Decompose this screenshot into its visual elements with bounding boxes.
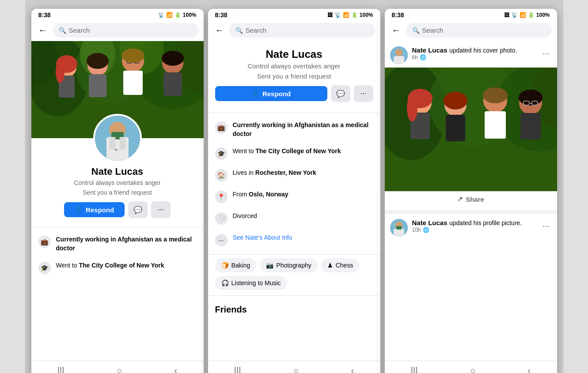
svg-rect-49 [520, 113, 541, 139]
search-placeholder-1: Search [69, 26, 90, 34]
work-text-2: Currently working in Afghanistan as a me… [233, 121, 373, 138]
search-placeholder-3: Search [422, 26, 444, 34]
post-avatar-1 [390, 46, 408, 64]
work-icon-2: 💼 [215, 121, 228, 134]
back-chevron-3: ‹ [528, 365, 531, 373]
post-header-2: Nate Lucas updated his profile picture. … [385, 214, 557, 240]
svg-rect-16 [123, 71, 143, 95]
top-nav-3: ← 🔍 Search [385, 20, 557, 41]
svg-point-11 [56, 61, 64, 83]
post-more-2[interactable]: ··· [541, 219, 552, 233]
share-bar-1: ↗ Share [385, 191, 557, 207]
svg-rect-13 [89, 74, 106, 97]
search-icon-1: 🔍 [59, 27, 66, 34]
post-time-1: 6h [412, 54, 418, 60]
svg-point-44 [444, 92, 467, 109]
post-more-1[interactable]: ··· [541, 46, 552, 60]
wifi-icon-3: 📡 [511, 12, 518, 18]
info-from-2: 📍 From Oslo, Norway [215, 186, 373, 207]
svg-rect-32 [394, 56, 404, 64]
tag-photography: 📷 Photography [260, 258, 317, 272]
home-circle-2: ○ [293, 365, 299, 373]
edu-text-2: Went to The City College of New York [233, 147, 341, 156]
svg-rect-57 [396, 226, 402, 230]
messenger-button-1[interactable]: 💬 [128, 201, 148, 218]
home-icon-2: 🏠 [215, 169, 228, 181]
respond-button-2[interactable]: 👤 Respond [215, 86, 327, 101]
top-nav-1: ← 🔍 Search [31, 20, 204, 41]
screens-container: 8:38 📡 📶 🔋 100% ← 🔍 Search [25, 0, 563, 373]
share-button-1[interactable]: ↗ Share [457, 195, 484, 203]
status-icons-2: 🖼 📡 📶 🔋 100% [327, 12, 373, 18]
avatar-svg-1 [95, 114, 140, 162]
person-add-icon-2: 👤 [251, 90, 260, 98]
baking-label: Baking [231, 262, 250, 269]
time-1: 8:38 [38, 11, 51, 19]
phone-3: 8:38 🖼 📡 📶 🔋 100% ← 🔍 Search [385, 9, 557, 373]
music-icon: 🎧 [221, 279, 229, 286]
svg-point-47 [483, 87, 508, 103]
svg-point-14 [87, 53, 109, 69]
info-lives-2: 🏠 Lives in Rochester, New York [215, 164, 373, 186]
back-chevron-2: ‹ [351, 365, 354, 373]
profile-avatar-1 [93, 114, 142, 162]
battery-percent-3: 100% [536, 12, 550, 18]
messenger-button-2[interactable]: 💬 [331, 85, 350, 102]
search-bar-2[interactable]: 🔍 Search [229, 23, 375, 38]
profile-section-1: Nate Lucas Control always overtakes ange… [31, 138, 204, 223]
battery-icon-2: 🔋 [351, 12, 358, 18]
info-about-2[interactable]: ··· See Nate's About Info [215, 229, 373, 251]
bottom-nav-2: ||| ○ ‹ [208, 361, 380, 373]
svg-point-31 [395, 49, 402, 56]
respond-button-1[interactable]: 👤 Respond [64, 202, 125, 217]
post-user-name-2: Nate Lucas updated his profile picture. [412, 219, 536, 227]
search-bar-3[interactable]: 🔍 Search [406, 23, 552, 38]
more-button-2[interactable]: ··· [354, 85, 373, 102]
back-button-1[interactable]: ← [37, 23, 49, 37]
education-text: Went to The City College of New York [56, 261, 164, 270]
friend-request-1: Sent you a friend request [83, 189, 152, 196]
more-icon-1: ··· [158, 206, 163, 214]
battery-percent: 100% [183, 12, 197, 18]
divider-2 [208, 113, 380, 113]
profile-bio-2: Control always overtakes anger [215, 62, 373, 70]
respond-label-2: Respond [262, 90, 291, 98]
music-label: Listening to Music [231, 279, 281, 286]
post-user-info-2: Nate Lucas updated his profile picture. … [412, 219, 536, 233]
info-list-2: 💼 Currently working in Afghanistan as a … [208, 117, 380, 251]
post-header-1: Nate Lucas updated his cover photo. 6h 🌐… [385, 41, 557, 68]
friends-section-2: Friends [208, 299, 380, 320]
action-buttons-2: 👤 Respond 💬 ··· [215, 85, 373, 102]
post-action-2: updated his profile picture. [449, 219, 522, 226]
svg-rect-43 [446, 115, 465, 141]
info-work-2: 💼 Currently working in Afghanistan as a … [215, 117, 373, 143]
tag-baking: 🍞 Baking [215, 258, 257, 272]
more-button-1[interactable]: ··· [151, 201, 171, 218]
info-relationship-2: 🤍 Divorced [215, 207, 373, 229]
back-button-2[interactable]: ← [213, 23, 226, 37]
back-button-3[interactable]: ← [390, 23, 402, 37]
menu-icon-3: ||| [411, 365, 418, 373]
info-item-work: 💼 Currently working in Afghanistan as a … [38, 231, 197, 257]
search-bar-1[interactable]: 🔍 Search [53, 23, 198, 38]
lives-text-2: Lives in Rochester, New York [233, 169, 316, 177]
post-divider [385, 210, 557, 214]
search-placeholder-2: Search [246, 26, 267, 34]
feed-post-cover: Nate Lucas updated his cover photo. 6h 🌐… [385, 41, 557, 207]
divider-2c [208, 295, 380, 296]
svg-rect-29 [119, 137, 125, 149]
info-item-education: 🎓 Went to The City College of New York [38, 257, 197, 279]
wifi-icon-2: 📡 [334, 12, 341, 18]
friends-title-2: Friends [215, 305, 373, 315]
svg-point-41 [407, 95, 417, 121]
menu-icon-1: ||| [57, 365, 64, 373]
post-time-2: 10h [412, 227, 421, 233]
relationship-text-2: Divorced [233, 212, 257, 221]
info-edu-2: 🎓 Went to The City College of New York [215, 143, 373, 164]
edu-icon-2: 🎓 [215, 147, 228, 160]
signal-icon-2: 📶 [343, 12, 349, 18]
tag-chess: ♟ Chess [321, 258, 360, 272]
post-avatar-2 [390, 219, 408, 237]
home-icon-1: ○ [117, 365, 122, 373]
battery-icon-3: 🔋 [528, 12, 535, 18]
